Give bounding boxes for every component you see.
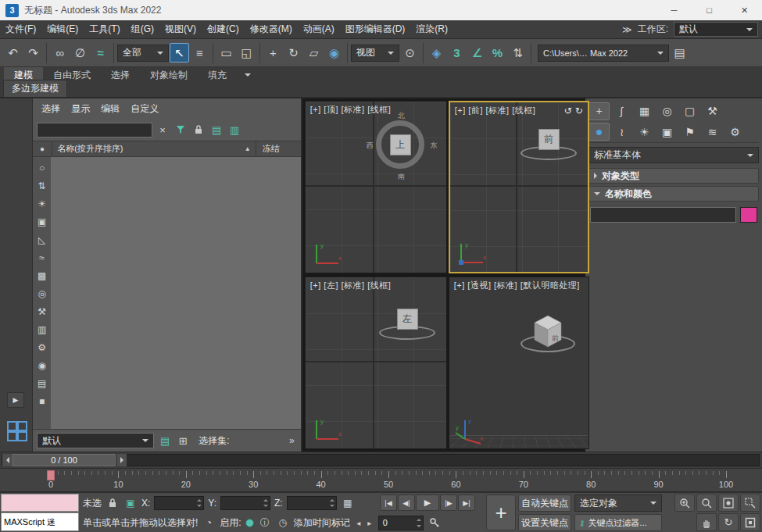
materials-filter-icon[interactable]: ⚒ — [35, 305, 49, 318]
space-warps-filter-icon[interactable]: ≈ — [35, 251, 49, 264]
sort-ascending-icon[interactable]: ▲ — [245, 145, 251, 152]
visibility-filter-icon[interactable]: ◉ — [35, 359, 49, 372]
menu-item[interactable]: 图形编辑器(D) — [340, 20, 411, 38]
viewport-perspective[interactable]: [+] [透视] [标准] [默认明暗处理] 前 z x — [449, 277, 589, 449]
ribbon-tab-object-paint[interactable]: 对象绘制 — [140, 67, 198, 83]
close-button[interactable]: ✕ — [727, 0, 762, 20]
spinner-icon[interactable] — [329, 498, 335, 509]
track-bar[interactable]: 0102030405060708090100 — [0, 468, 762, 492]
selected-objects-dropdown[interactable]: 选定对象 — [574, 495, 662, 512]
go-to-end-icon[interactable]: ▶| — [458, 495, 475, 511]
set-key-button[interactable]: 设置关键点 — [518, 514, 571, 531]
y-coordinate-field[interactable] — [220, 496, 270, 510]
scene-explorer-table[interactable] — [51, 157, 301, 429]
viewcube[interactable]: 左 — [377, 302, 440, 349]
reference-coordinate-dropdown[interactable]: 视图 — [351, 45, 399, 62]
maxscript-mini-listener-input[interactable]: MAXScript 迷 — [1, 512, 79, 531]
viewport-label[interactable]: [+] [左] [标准] [线框] — [310, 280, 392, 291]
space-warps-category[interactable]: ≋ — [702, 123, 723, 141]
select-and-rotate-icon[interactable]: ↻ — [284, 43, 303, 62]
select-link-icon[interactable]: ∞ — [50, 43, 70, 62]
set-key-big-button[interactable]: + — [486, 495, 516, 530]
utilities-tab[interactable]: ⚒ — [702, 102, 723, 120]
viewport-label[interactable]: [+] [顶] [标准] [线框] — [310, 104, 392, 116]
compass-south[interactable]: 南 — [398, 172, 405, 182]
redo-icon[interactable]: ↷ — [23, 43, 43, 62]
hierarchy-tab[interactable]: ▦ — [634, 102, 655, 120]
zoom-icon[interactable] — [674, 494, 695, 512]
time-tag-icon[interactable]: ◷ — [276, 516, 290, 530]
play-animation-icon[interactable]: ▶ — [416, 495, 439, 511]
viewcube[interactable]: 上 北 南 西 东 — [373, 116, 432, 175]
viewport-top[interactable]: [+] [顶] [标准] [线框] 上 北 南 西 东 y x — [305, 101, 447, 273]
zoom-extents-icon[interactable] — [718, 494, 739, 512]
rectangular-selection-region-icon[interactable]: ▭ — [216, 43, 236, 62]
previous-key-icon[interactable]: ◂ — [354, 516, 363, 529]
time-slider-handle[interactable]: 0 / 100 — [13, 454, 116, 466]
orbit-icon[interactable]: ↻ — [718, 513, 739, 531]
viewcube[interactable]: 前 — [519, 123, 581, 170]
notes-filter-icon[interactable]: ▤ — [35, 377, 49, 390]
use-pivot-point-icon[interactable]: ⊙ — [400, 43, 420, 62]
undo-icon[interactable]: ↶ — [3, 43, 23, 62]
zoom-all-icon[interactable] — [696, 494, 717, 512]
geometry-filter-icon[interactable]: ▩ — [35, 269, 49, 282]
spinner-icon[interactable] — [416, 517, 422, 529]
settings-filter-icon[interactable]: ⚙ — [35, 341, 49, 354]
compass-east[interactable]: 东 — [431, 141, 438, 151]
select-and-move-icon[interactable]: + — [263, 43, 283, 62]
hierarchy-view-icon[interactable]: ▤ — [209, 122, 224, 137]
rollout-name-color[interactable]: 名称和颜色 — [588, 186, 759, 202]
menu-item[interactable]: 创建(C) — [202, 20, 245, 38]
category-dropdown[interactable]: 标准基本体 — [588, 147, 759, 163]
polygon-modeling-subtab[interactable]: 多边形建模 — [3, 80, 67, 97]
absolute-offset-mode-icon[interactable]: ▣ — [123, 496, 138, 510]
maxscript-mini-listener-output[interactable] — [1, 494, 79, 512]
motion-tab[interactable]: ◎ — [656, 102, 678, 120]
current-frame-field[interactable]: 0 — [378, 516, 424, 530]
viewport-label[interactable]: [+] [前] [标准] [线框] — [455, 105, 536, 116]
compass-north[interactable]: 北 — [398, 111, 405, 121]
viewcube-3d[interactable]: 前 — [524, 309, 572, 355]
row-icon-column-header[interactable]: ● — [33, 145, 52, 153]
select-and-manipulate-icon[interactable]: ◈ — [427, 43, 446, 62]
cameras-filter-icon[interactable]: ▣ — [35, 215, 49, 228]
info-icon[interactable]: ⓘ — [258, 516, 272, 530]
spinner-icon[interactable] — [263, 498, 269, 509]
menu-item[interactable]: 编辑(E) — [41, 20, 84, 38]
isolate-selection-icon[interactable]: ◔ — [202, 516, 216, 530]
maximize-viewport-toggle-icon[interactable] — [740, 513, 760, 531]
new-selection-set-icon[interactable]: ⊞ — [175, 433, 191, 448]
rotate-view-ccw-icon[interactable]: ↺ — [564, 105, 572, 116]
name-column-header[interactable]: 名称(按升序排序) ▲ — [52, 141, 256, 156]
rotate-view-cw-icon[interactable]: ↻ — [575, 105, 583, 116]
viewcube[interactable]: 前 — [524, 309, 578, 363]
enable-toggle-icon[interactable] — [245, 519, 254, 527]
key-filters-button[interactable]: ⚷ 关键点过滤器... — [574, 514, 662, 531]
spinner-snap-icon[interactable]: ⇅ — [508, 43, 528, 62]
menu-item[interactable]: 动画(A) — [298, 20, 340, 38]
select-and-place-icon[interactable]: ◉ — [324, 43, 344, 62]
menu-item[interactable]: 显示 — [66, 98, 95, 119]
grid-setting-icon[interactable]: ▦ — [341, 496, 355, 510]
helpers-category[interactable]: ⚑ — [679, 123, 700, 141]
rollout-object-type[interactable]: 对象类型 — [588, 168, 759, 184]
ribbon-tab-populate[interactable]: 填充 — [198, 67, 237, 83]
lights-category[interactable]: ☀ — [634, 123, 655, 141]
auto-key-button[interactable]: 自动关键点 — [518, 495, 571, 512]
zoom-region-icon[interactable] — [740, 494, 760, 512]
frozen-column-header[interactable]: 冻结 — [256, 141, 301, 156]
menu-item[interactable]: 工具(T) — [84, 20, 125, 38]
menu-item[interactable]: 视图(V) — [159, 20, 202, 38]
object-name-input[interactable] — [590, 207, 736, 223]
ribbon-options-icon[interactable] — [238, 67, 257, 83]
shapes-filter-icon[interactable]: ◎ — [35, 287, 49, 300]
object-color-swatch[interactable] — [740, 207, 757, 223]
angle-snap-icon[interactable]: ∠ — [467, 43, 487, 62]
pan-hand-icon[interactable] — [696, 513, 717, 531]
selection-filter-dropdown[interactable]: 全部 — [117, 45, 169, 62]
minimize-button[interactable]: ─ — [656, 0, 692, 20]
workspace-switcher-icon[interactable]: ▤ — [670, 43, 689, 62]
viewport-front[interactable]: [+] [前] [标准] [线框] ↺↻ 前 y x — [449, 101, 589, 273]
menu-item[interactable]: 组(G) — [126, 20, 159, 38]
